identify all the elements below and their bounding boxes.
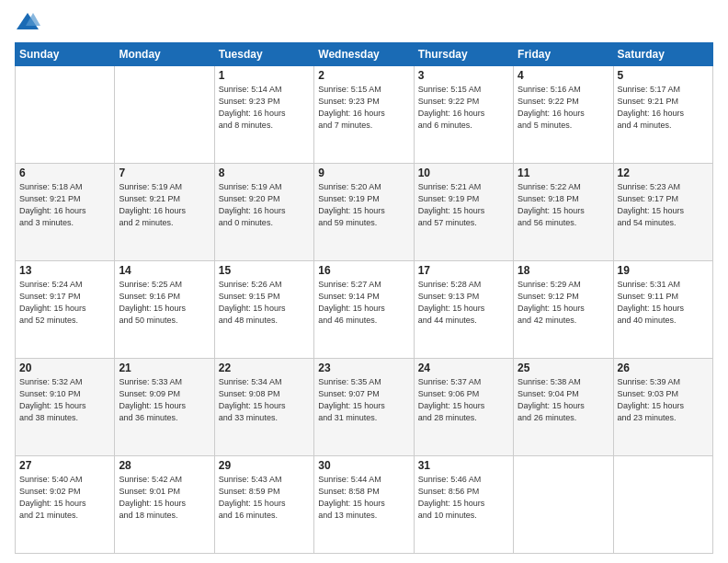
day-number: 11 xyxy=(518,167,609,179)
weekday-header-wednesday: Wednesday xyxy=(314,43,414,66)
day-info: Sunrise: 5:35 AM Sunset: 9:07 PM Dayligh… xyxy=(318,376,409,424)
day-number: 28 xyxy=(119,459,210,472)
calendar-cell: 9Sunrise: 5:20 AM Sunset: 9:19 PM Daylig… xyxy=(314,164,414,261)
calendar-week-row: 13Sunrise: 5:24 AM Sunset: 9:17 PM Dayli… xyxy=(16,261,713,359)
calendar-cell: 2Sunrise: 5:15 AM Sunset: 9:23 PM Daylig… xyxy=(314,66,414,164)
calendar-cell: 30Sunrise: 5:44 AM Sunset: 8:58 PM Dayli… xyxy=(314,456,414,554)
page: SundayMondayTuesdayWednesdayThursdayFrid… xyxy=(0,0,728,563)
calendar-cell: 8Sunrise: 5:19 AM Sunset: 9:20 PM Daylig… xyxy=(214,164,313,261)
calendar-cell: 3Sunrise: 5:15 AM Sunset: 9:22 PM Daylig… xyxy=(414,66,513,164)
weekday-header-row: SundayMondayTuesdayWednesdayThursdayFrid… xyxy=(16,43,713,66)
day-number: 23 xyxy=(318,362,409,374)
day-number: 31 xyxy=(418,459,509,472)
calendar-cell: 23Sunrise: 5:35 AM Sunset: 9:07 PM Dayli… xyxy=(314,359,414,456)
day-info: Sunrise: 5:20 AM Sunset: 9:19 PM Dayligh… xyxy=(318,181,409,229)
calendar-cell: 28Sunrise: 5:42 AM Sunset: 9:01 PM Dayli… xyxy=(115,456,214,554)
weekday-header-sunday: Sunday xyxy=(16,43,115,66)
day-number: 7 xyxy=(119,167,210,179)
day-number: 6 xyxy=(19,167,110,179)
calendar-cell: 7Sunrise: 5:19 AM Sunset: 9:21 PM Daylig… xyxy=(115,164,214,261)
logo xyxy=(15,9,44,35)
calendar-cell: 15Sunrise: 5:26 AM Sunset: 9:15 PM Dayli… xyxy=(214,261,313,359)
calendar-cell: 1Sunrise: 5:14 AM Sunset: 9:23 PM Daylig… xyxy=(214,66,313,164)
day-number: 20 xyxy=(19,362,110,374)
day-info: Sunrise: 5:39 AM Sunset: 9:03 PM Dayligh… xyxy=(618,376,709,424)
calendar-cell: 16Sunrise: 5:27 AM Sunset: 9:14 PM Dayli… xyxy=(314,261,414,359)
weekday-header-monday: Monday xyxy=(115,43,214,66)
day-number: 12 xyxy=(618,167,709,179)
day-info: Sunrise: 5:19 AM Sunset: 9:20 PM Dayligh… xyxy=(219,181,310,229)
calendar-cell xyxy=(16,66,115,164)
day-number: 15 xyxy=(219,264,310,277)
day-info: Sunrise: 5:29 AM Sunset: 9:12 PM Dayligh… xyxy=(518,279,609,327)
day-info: Sunrise: 5:19 AM Sunset: 9:21 PM Dayligh… xyxy=(119,181,210,229)
day-info: Sunrise: 5:46 AM Sunset: 8:56 PM Dayligh… xyxy=(418,474,509,522)
day-number: 21 xyxy=(119,362,210,374)
day-number: 26 xyxy=(618,362,709,374)
day-info: Sunrise: 5:23 AM Sunset: 9:17 PM Dayligh… xyxy=(618,181,709,229)
day-number: 18 xyxy=(518,264,609,277)
day-number: 13 xyxy=(19,264,110,277)
day-number: 4 xyxy=(518,69,609,82)
day-info: Sunrise: 5:26 AM Sunset: 9:15 PM Dayligh… xyxy=(219,279,310,327)
calendar-cell: 22Sunrise: 5:34 AM Sunset: 9:08 PM Dayli… xyxy=(214,359,313,456)
calendar-week-row: 20Sunrise: 5:32 AM Sunset: 9:10 PM Dayli… xyxy=(16,359,713,456)
day-number: 14 xyxy=(119,264,210,277)
weekday-header-thursday: Thursday xyxy=(414,43,513,66)
header xyxy=(15,9,713,35)
calendar-cell: 19Sunrise: 5:31 AM Sunset: 9:11 PM Dayli… xyxy=(613,261,712,359)
calendar-cell: 25Sunrise: 5:38 AM Sunset: 9:04 PM Dayli… xyxy=(514,359,613,456)
day-info: Sunrise: 5:18 AM Sunset: 9:21 PM Dayligh… xyxy=(19,181,110,229)
day-number: 29 xyxy=(219,459,310,472)
calendar-cell: 10Sunrise: 5:21 AM Sunset: 9:19 PM Dayli… xyxy=(414,164,513,261)
day-info: Sunrise: 5:17 AM Sunset: 9:21 PM Dayligh… xyxy=(618,84,709,132)
day-info: Sunrise: 5:21 AM Sunset: 9:19 PM Dayligh… xyxy=(418,181,509,229)
day-info: Sunrise: 5:15 AM Sunset: 9:22 PM Dayligh… xyxy=(418,84,509,132)
calendar-cell xyxy=(613,456,712,554)
day-number: 22 xyxy=(219,362,310,374)
day-number: 8 xyxy=(219,167,310,179)
calendar-cell: 5Sunrise: 5:17 AM Sunset: 9:21 PM Daylig… xyxy=(613,66,712,164)
day-info: Sunrise: 5:25 AM Sunset: 9:16 PM Dayligh… xyxy=(119,279,210,327)
day-number: 19 xyxy=(618,264,709,277)
day-number: 10 xyxy=(418,167,509,179)
day-info: Sunrise: 5:22 AM Sunset: 9:18 PM Dayligh… xyxy=(518,181,609,229)
calendar-cell: 20Sunrise: 5:32 AM Sunset: 9:10 PM Dayli… xyxy=(16,359,115,456)
logo-icon xyxy=(15,9,40,35)
day-number: 27 xyxy=(19,459,110,472)
day-number: 25 xyxy=(518,362,609,374)
calendar-week-row: 6Sunrise: 5:18 AM Sunset: 9:21 PM Daylig… xyxy=(16,164,713,261)
day-info: Sunrise: 5:27 AM Sunset: 9:14 PM Dayligh… xyxy=(318,279,409,327)
calendar-week-row: 1Sunrise: 5:14 AM Sunset: 9:23 PM Daylig… xyxy=(16,66,713,164)
day-number: 5 xyxy=(618,69,709,82)
day-info: Sunrise: 5:40 AM Sunset: 9:02 PM Dayligh… xyxy=(19,474,110,522)
day-info: Sunrise: 5:44 AM Sunset: 8:58 PM Dayligh… xyxy=(318,474,409,522)
calendar-cell: 31Sunrise: 5:46 AM Sunset: 8:56 PM Dayli… xyxy=(414,456,513,554)
day-number: 16 xyxy=(318,264,409,277)
day-number: 3 xyxy=(418,69,509,82)
day-info: Sunrise: 5:43 AM Sunset: 8:59 PM Dayligh… xyxy=(219,474,310,522)
day-number: 9 xyxy=(318,167,409,179)
calendar-table: SundayMondayTuesdayWednesdayThursdayFrid… xyxy=(15,42,713,554)
day-info: Sunrise: 5:33 AM Sunset: 9:09 PM Dayligh… xyxy=(119,376,210,424)
calendar-week-row: 27Sunrise: 5:40 AM Sunset: 9:02 PM Dayli… xyxy=(16,456,713,554)
day-number: 17 xyxy=(418,264,509,277)
calendar-cell: 29Sunrise: 5:43 AM Sunset: 8:59 PM Dayli… xyxy=(214,456,313,554)
day-number: 1 xyxy=(219,69,310,82)
calendar-cell: 11Sunrise: 5:22 AM Sunset: 9:18 PM Dayli… xyxy=(514,164,613,261)
weekday-header-saturday: Saturday xyxy=(613,43,712,66)
calendar-cell: 27Sunrise: 5:40 AM Sunset: 9:02 PM Dayli… xyxy=(16,456,115,554)
calendar-cell: 21Sunrise: 5:33 AM Sunset: 9:09 PM Dayli… xyxy=(115,359,214,456)
weekday-header-tuesday: Tuesday xyxy=(214,43,313,66)
calendar-cell xyxy=(514,456,613,554)
calendar-cell: 14Sunrise: 5:25 AM Sunset: 9:16 PM Dayli… xyxy=(115,261,214,359)
day-info: Sunrise: 5:42 AM Sunset: 9:01 PM Dayligh… xyxy=(119,474,210,522)
calendar-cell: 4Sunrise: 5:16 AM Sunset: 9:22 PM Daylig… xyxy=(514,66,613,164)
calendar-cell: 24Sunrise: 5:37 AM Sunset: 9:06 PM Dayli… xyxy=(414,359,513,456)
day-number: 24 xyxy=(418,362,509,374)
day-number: 2 xyxy=(318,69,409,82)
calendar-cell: 6Sunrise: 5:18 AM Sunset: 9:21 PM Daylig… xyxy=(16,164,115,261)
day-info: Sunrise: 5:16 AM Sunset: 9:22 PM Dayligh… xyxy=(518,84,609,132)
weekday-header-friday: Friday xyxy=(514,43,613,66)
calendar-cell: 26Sunrise: 5:39 AM Sunset: 9:03 PM Dayli… xyxy=(613,359,712,456)
